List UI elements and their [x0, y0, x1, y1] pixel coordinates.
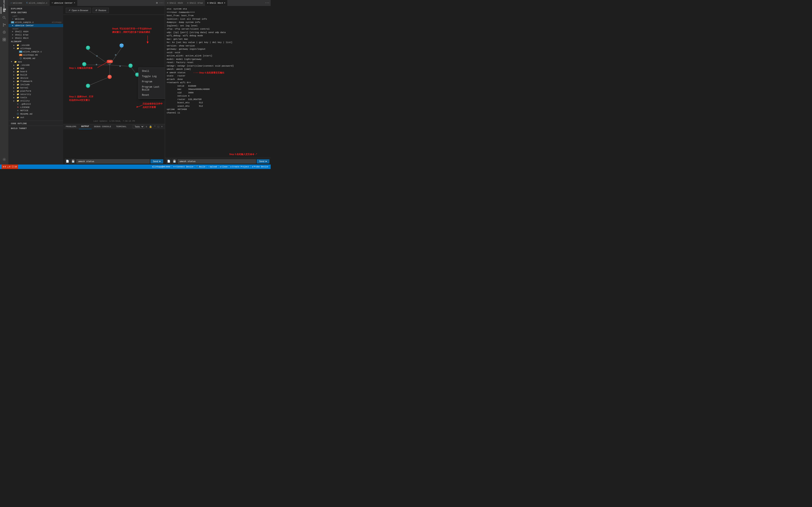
editor-shell-0bc4[interactable]: ≡ Shell 0bc4	[8, 37, 63, 40]
send-arrow-icon: ➤	[159, 160, 161, 163]
editor-welcome[interactable]: ⚡ Welcome	[8, 17, 63, 21]
tree-platform[interactable]: ▶ 📁 platform	[8, 90, 63, 93]
shell-more-icon[interactable]: ···	[265, 2, 269, 4]
upload-badge[interactable]: ↑ Upload	[207, 165, 218, 169]
shell-line-0: ota: system ota	[167, 7, 269, 11]
tree-include[interactable]: ▶ 📁 include	[8, 83, 63, 86]
gdbinit-icon: ≡	[16, 103, 19, 105]
tree-tools[interactable]: ▶ 📁 tools	[8, 96, 63, 99]
graph-area[interactable]: MK3060 1d1c ESP32 467c ESP32 07dc MK3060…	[63, 15, 165, 124]
shell-tab-close-icon[interactable]: ×	[224, 2, 225, 4]
last-update: Last Update: 1/25/2018, 7:36:15 PM	[63, 120, 165, 122]
shell-input-field[interactable]	[178, 159, 256, 164]
tree-notice[interactable]: ≡ NOTICE	[8, 109, 63, 112]
chevron-right-platform: ▶	[13, 90, 16, 92]
open-browser-button[interactable]: ↗ Open in Browser	[66, 8, 91, 13]
tree-gdbinit[interactable]: ≡ .gdbinit	[8, 103, 63, 106]
svg-rect-0	[3, 9, 6, 9]
probe-device-badge[interactable]: ✚ Probe Device	[251, 165, 269, 169]
debug-icon[interactable]	[1, 29, 8, 36]
tree-framework[interactable]: ▶ 📁 framework	[8, 80, 63, 83]
svg-rect-3	[3, 11, 5, 12]
extensions-icon[interactable]	[1, 36, 8, 43]
tree-device[interactable]: ▶ 📁 device	[8, 76, 63, 80]
close-panel-icon[interactable]: ×	[161, 125, 163, 129]
welcome-icon: ⚡	[10, 2, 12, 4]
platform-icon: 📁	[16, 90, 19, 92]
search-icon[interactable]	[1, 14, 8, 21]
shell-87ae-file-icon: ≡	[11, 34, 14, 36]
tree-utility[interactable]: ▶ 📁 utility	[8, 99, 63, 103]
tree-board[interactable]: ▶ 📁 board	[8, 70, 63, 73]
tree-readme-1[interactable]: ⓘ README.md	[8, 57, 63, 60]
settings-icon[interactable]	[1, 156, 8, 163]
bottom-panel: PROBLEMS OUTPUT DEBUG CONSOLE TERMINAL T…	[63, 124, 165, 165]
clean-badge[interactable]: ✚ Clean	[219, 165, 229, 169]
editor-shell-46d4[interactable]: ≡ Shell 46d4	[8, 30, 63, 33]
menu-item-reset[interactable]: Reset	[139, 93, 165, 98]
log-input-field[interactable]	[77, 159, 150, 164]
more-actions-icon[interactable]: ···	[159, 2, 164, 4]
tree-readme-aos[interactable]: ⓘ README.md	[8, 112, 63, 116]
menu-item-program[interactable]: Program	[139, 79, 165, 84]
tab-terminal[interactable]: TERMINAL	[114, 124, 129, 129]
clean-label: Clean	[221, 166, 227, 168]
tab-udevice-center[interactable]: ≡ uDevice Center ×	[50, 0, 78, 6]
connect-device-badge[interactable]: ⟺ Connect Device	[172, 165, 194, 169]
tab-problems[interactable]: PROBLEMS	[63, 124, 79, 129]
log-file-icon[interactable]: 📄	[65, 159, 70, 164]
shell-line-18: umesh: umesh [cmd]	[167, 67, 269, 71]
shell-line-20: state router	[167, 74, 269, 78]
tree-aos-root[interactable]: ▼ 📁 aos	[8, 60, 63, 63]
shell-save-btn[interactable]: 💾	[172, 159, 177, 164]
tab-welcome[interactable]: ⚡ Welcome	[8, 0, 24, 6]
tree-out[interactable]: ▶ 📁 out	[8, 116, 63, 119]
tab-output[interactable]: OUTPUT	[79, 124, 92, 129]
restore-button[interactable]: ↺ Restore	[93, 8, 109, 13]
tree-app[interactable]: ▶ 📁 app	[8, 67, 63, 70]
shell-tab-87ae[interactable]: ≡ Shell 87ae	[185, 0, 205, 6]
menu-item-shell[interactable]: Shell	[139, 69, 165, 74]
build-badge[interactable]: 🔨 Build	[195, 165, 206, 169]
editor-udevice[interactable]: ≡ uDevice Center	[8, 24, 63, 27]
git-icon[interactable]	[1, 21, 8, 29]
arrow-up-icon[interactable]: ⌃	[153, 125, 156, 129]
tree-build[interactable]: ▶ 📁 build	[8, 73, 63, 76]
chevron-right-security: ▶	[13, 93, 16, 96]
tree-alink-sample-c[interactable]: C alink_sample.c	[8, 50, 63, 53]
error-badge[interactable]: ⊗ 0 △ 0 ⓘ 16	[2, 165, 18, 169]
tree-alinkapp-folder[interactable]: ▼ 📁 alinkapp	[8, 47, 63, 50]
maximize-icon[interactable]: □	[157, 125, 160, 129]
shell-send-button[interactable]: Send ➤	[257, 159, 269, 164]
tree-vscode-aos[interactable]: ▶ 📁 .vscode	[8, 63, 63, 67]
menu-item-program-last-build[interactable]: Program Last Build	[139, 84, 165, 93]
shell-tab-0bc4[interactable]: ≡ Shell 0bc4 ×	[205, 0, 227, 6]
list-icon[interactable]: ≡	[145, 125, 148, 129]
tree-vscode-1[interactable]: ▶ 📁 .vscode	[8, 44, 63, 47]
editor-alink-sample[interactable]: C alink_sample.c alinkapp	[8, 21, 63, 24]
notice-icon: ≡	[16, 110, 19, 112]
framework-icon: 📁	[16, 80, 19, 82]
editor-shell-87ae[interactable]: ≡ Shell 87ae	[8, 33, 63, 37]
tree-license[interactable]: ⚑ LICENSE	[8, 106, 63, 109]
tree-security[interactable]: ▶ 📁 security	[8, 93, 63, 96]
tree-alinkapp-mk[interactable]: M alinkapp.mk	[8, 53, 63, 57]
shell-log-file-btn[interactable]: 📄	[166, 159, 171, 164]
lock-icon[interactable]: 🔒	[148, 125, 153, 129]
kernel-icon: 📁	[16, 87, 19, 89]
tasks-dropdown[interactable]: Tasks	[133, 125, 144, 128]
split-editor-icon[interactable]: ⊟	[156, 1, 158, 4]
folder-icon: 📁	[16, 44, 19, 47]
tab-close-icon[interactable]: ×	[74, 2, 75, 4]
create-project-badge[interactable]: ✚ Create Project	[230, 165, 250, 169]
menu-item-toggle-log[interactable]: Toggle Log	[139, 74, 165, 79]
device-badge[interactable]: alinkapp@mk3060	[151, 165, 171, 169]
send-button[interactable]: Send ➤	[150, 159, 163, 164]
tab-alink-sample[interactable]: C alink_sample.c	[24, 0, 50, 6]
tree-kernel[interactable]: ▶ 📁 kernel	[8, 86, 63, 90]
svg-point-11	[4, 32, 5, 33]
log-save-icon[interactable]: 💾	[71, 159, 75, 164]
shell-line-23: netid 0xbb00	[167, 84, 269, 88]
tab-debug-console[interactable]: DEBUG CONSOLE	[92, 124, 114, 129]
shell-tab-46d4[interactable]: ≡ Shell 46d4	[165, 0, 185, 6]
